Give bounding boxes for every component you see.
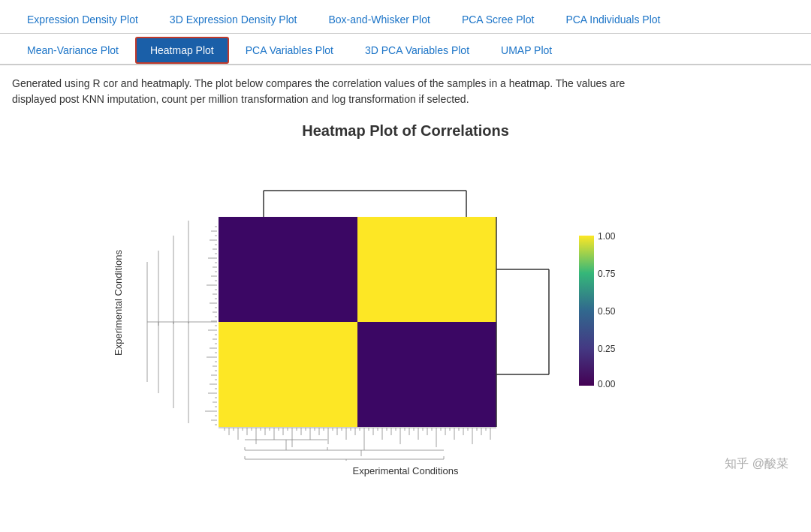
tab-pca-individuals[interactable]: PCA Individuals Plot [550, 6, 675, 33]
tab-pca-variables[interactable]: PCA Variables Plot [231, 37, 348, 64]
tab-expression-density[interactable]: Expression Density Plot [12, 6, 153, 33]
tab-pca-scree[interactable]: PCA Scree Plot [447, 6, 550, 33]
legend-label-025: 0.25 [598, 344, 616, 354]
right-dendrogram [496, 217, 549, 427]
plot-description: Generated using R cor and heatmaply. The… [0, 65, 676, 115]
y-axis-label: Experimental Conditions [113, 198, 124, 408]
tab-3d-pca-variables[interactable]: 3D PCA Variables Plot [350, 37, 484, 64]
legend-label-050: 0.50 [598, 306, 616, 317]
heatmap-cell-tr [357, 217, 496, 322]
legend-label-100: 1.00 [598, 231, 616, 242]
heatmap-svg: 1.00 0.75 0.50 0.25 0.00 [128, 146, 699, 461]
tab-heatmap[interactable]: Heatmap Plot [135, 37, 229, 64]
left-dendrogram [136, 217, 219, 427]
bottom-dendrogram [219, 428, 496, 461]
tab-3d-expression-density[interactable]: 3D Expression Density Plot [155, 6, 312, 33]
legend-label-075: 0.75 [598, 269, 616, 279]
heatmap-cell-tl [219, 217, 357, 322]
tab-umap[interactable]: UMAP Plot [486, 37, 567, 64]
heatmap-cell-bl [219, 322, 357, 427]
heatmap-area: Experimental Conditions [113, 146, 699, 461]
color-legend-bar [579, 236, 594, 386]
heatmap-cell-br [357, 322, 496, 427]
watermark: 知乎 @酸菜 [725, 456, 788, 472]
tab-bar-top: Expression Density Plot 3D Expression De… [0, 0, 811, 34]
tab-bar-bottom: Mean-Variance Plot Heatmap Plot PCA Vari… [0, 34, 811, 65]
tab-box-whisker[interactable]: Box-and-Whisker Plot [313, 6, 445, 33]
x-axis-label: Experimental Conditions [353, 465, 459, 476]
plot-container: Heatmap Plot of Correlations Experimenta… [0, 115, 811, 484]
tab-mean-variance[interactable]: Mean-Variance Plot [12, 37, 134, 64]
plot-title: Heatmap Plot of Correlations [302, 122, 509, 140]
legend-label-000: 0.00 [598, 379, 616, 389]
plot-inner: Heatmap Plot of Correlations Experimenta… [113, 122, 699, 476]
